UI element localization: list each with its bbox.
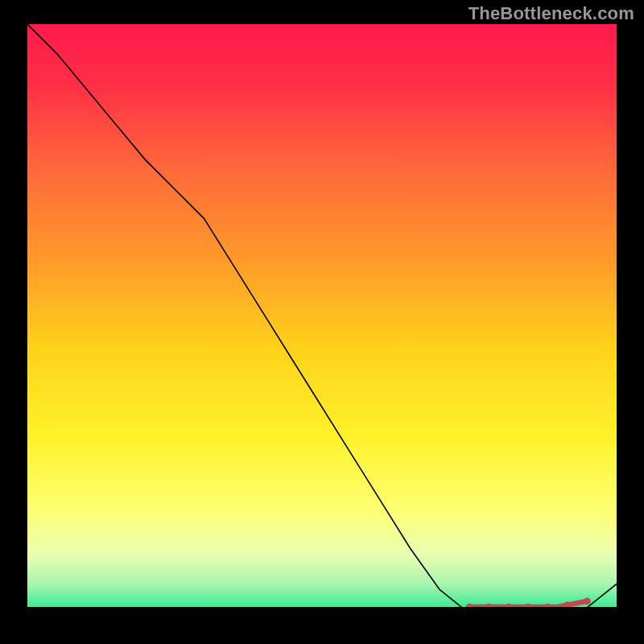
optimal-band-marker (27, 24, 617, 607)
svg-point-7 (584, 597, 591, 605)
svg-point-3 (505, 604, 512, 607)
svg-point-1 (466, 604, 473, 607)
chart-stage: TheBottleneck.com (0, 0, 644, 644)
svg-point-5 (544, 604, 551, 607)
svg-point-4 (525, 604, 532, 607)
svg-point-2 (485, 604, 493, 607)
plot-area (27, 24, 617, 607)
watermark-text: TheBottleneck.com (469, 3, 634, 24)
